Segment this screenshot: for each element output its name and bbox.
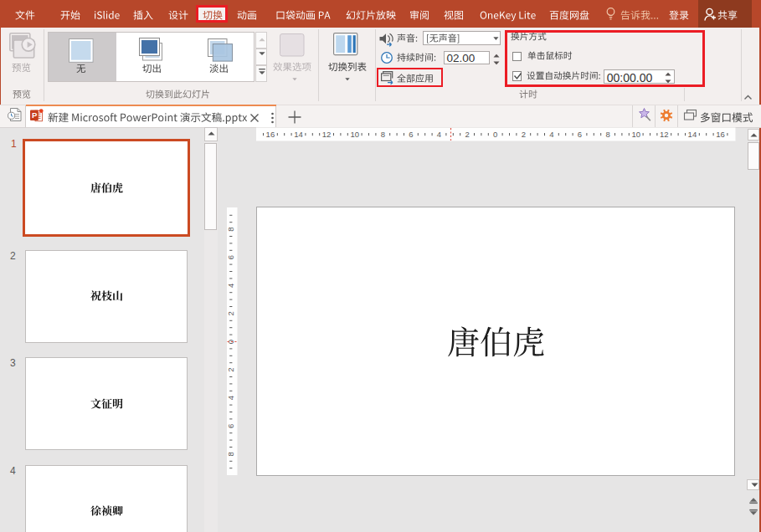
svg-text:4: 4: [226, 284, 235, 288]
svg-text:0: 0: [226, 340, 235, 344]
svg-text:8: 8: [226, 227, 235, 231]
svg-text:8: 8: [226, 452, 235, 456]
svg-text:4: 4: [226, 396, 235, 400]
svg-text:2: 2: [226, 311, 235, 315]
svg-text:2: 2: [226, 367, 235, 371]
svg-text:6: 6: [226, 424, 235, 428]
svg-text:6: 6: [226, 255, 235, 259]
